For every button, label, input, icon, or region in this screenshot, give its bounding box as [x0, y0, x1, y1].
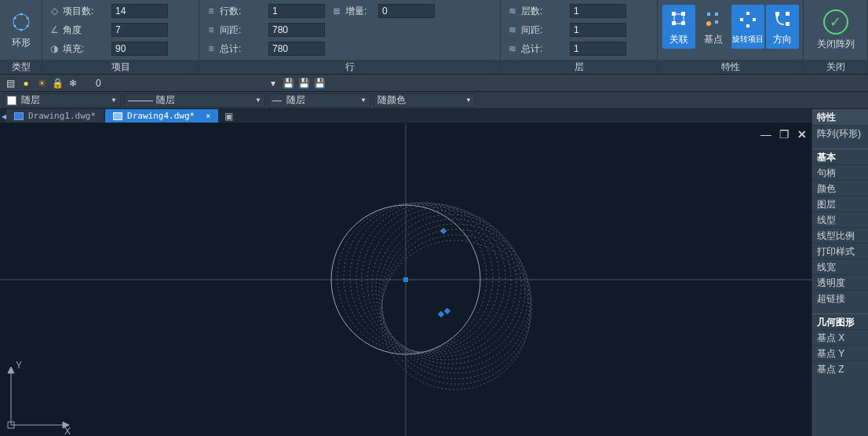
- direction-button[interactable]: 方向: [766, 5, 799, 49]
- prop-row[interactable]: 基点 Y: [812, 345, 868, 361]
- color-combo-text: 随层: [21, 93, 40, 107]
- chevron-down-icon[interactable]: ▾: [268, 78, 279, 89]
- layers-gap-icon: ≋: [507, 24, 518, 35]
- layers-total-icon: ≋: [507, 43, 518, 54]
- lock-icon[interactable]: 🔒: [52, 78, 63, 89]
- assoc-icon: [668, 8, 690, 30]
- layer-name: 0: [96, 78, 101, 89]
- properties-section-basic: 基本: [812, 148, 868, 164]
- angle-label: 角度: [63, 24, 82, 37]
- prop-row[interactable]: 透明度: [812, 274, 868, 290]
- svg-rect-16: [753, 18, 756, 21]
- close-array-button[interactable]: ✓ 关闭阵列: [812, 3, 859, 57]
- viewport-window-controls: — ❐ ✕: [760, 128, 807, 141]
- items-count-icon: ◇: [49, 5, 60, 16]
- prop-row[interactable]: 线型比例: [812, 227, 868, 243]
- tab-close-button[interactable]: ×: [206, 112, 210, 120]
- sun-icon[interactable]: ☀: [36, 78, 47, 89]
- prop-row[interactable]: 句柄: [812, 164, 868, 180]
- svg-point-6: [13, 16, 16, 19]
- color-combo[interactable]: 随层 ▼: [3, 93, 121, 108]
- drawing-area[interactable]: — ❐ ✕: [0, 123, 811, 436]
- items-count-input[interactable]: [111, 4, 168, 18]
- svg-rect-21: [786, 22, 790, 26]
- freeze-icon[interactable]: ❄: [67, 78, 78, 89]
- fill-label: 填充:: [63, 42, 84, 56]
- document-tabstrip: ◂ Drawing1.dwg* Drawing4.dwg* × ▣: [0, 109, 868, 123]
- svg-rect-40: [438, 311, 444, 317]
- layers-gap-input[interactable]: [570, 23, 626, 37]
- layers-input[interactable]: [570, 4, 626, 18]
- prop-row[interactable]: 打印样式: [812, 243, 868, 258]
- restore-button[interactable]: ❐: [779, 128, 790, 141]
- close-array-label: 关闭阵列: [817, 38, 855, 51]
- basepoint-label: 基点: [704, 33, 723, 46]
- svg-point-34: [381, 224, 531, 373]
- prop-row[interactable]: 线型: [812, 211, 868, 227]
- prop-row[interactable]: 颜色: [812, 180, 868, 196]
- ribbon-group-type-title: 类型: [0, 60, 42, 74]
- array-type-circular-button[interactable]: 环形: [6, 3, 35, 57]
- axis-x-label: X: [64, 426, 71, 436]
- document-tab-2[interactable]: Drawing4.dwg* ×: [105, 109, 218, 123]
- svg-point-11: [706, 21, 711, 26]
- document-tab-1[interactable]: Drawing1.dwg*: [6, 109, 104, 123]
- prop-row[interactable]: 图层: [812, 196, 868, 211]
- check-circle-icon: ✓: [823, 9, 848, 35]
- svg-rect-38: [403, 277, 408, 282]
- ribbon-group-features: 关联 基点 旋转项目 方向 特性: [658, 0, 804, 74]
- incr-icon: ≣: [331, 5, 342, 16]
- document-tab-1-label: Drawing1.dwg*: [28, 111, 96, 121]
- properties-panel: 特性 阵列(环形) 基本 句柄 颜色 图层 线型 线型比例 打印样式 线宽 透明…: [811, 109, 868, 436]
- properties-title: 特性: [812, 109, 868, 125]
- minimize-button[interactable]: —: [760, 128, 771, 141]
- prop-row[interactable]: 基点 X: [812, 329, 868, 345]
- layer-manager-icon[interactable]: ▤: [5, 78, 16, 89]
- document-tab-2-label: Drawing4.dwg*: [127, 111, 195, 121]
- new-tab-button[interactable]: ▣: [220, 109, 238, 123]
- lineweight-dash-icon: —: [272, 95, 282, 106]
- svg-point-25: [337, 203, 487, 353]
- linetype-combo-text: 随层: [156, 93, 175, 107]
- layers-icon: ≋: [507, 5, 518, 16]
- svg-rect-17: [746, 24, 749, 27]
- svg-point-27: [350, 203, 499, 352]
- rotate-items-button[interactable]: 旋转项目: [731, 5, 764, 49]
- svg-point-1: [20, 13, 22, 15]
- lightbulb-icon[interactable]: ●: [20, 78, 31, 89]
- assoc-button[interactable]: 关联: [662, 5, 695, 49]
- ribbon: 环形 类型 ◇项目数: ∠角度 ◑填充: 项目: [0, 0, 868, 75]
- basepoint-button[interactable]: 基点: [697, 5, 730, 49]
- tab-scroll-left-icon[interactable]: ◂: [2, 109, 5, 123]
- row-total-input[interactable]: [268, 42, 325, 56]
- prop-row[interactable]: 基点 Z: [812, 361, 868, 376]
- chevron-down-icon: ▼: [465, 97, 472, 104]
- save-icon[interactable]: 💾: [283, 78, 294, 89]
- canvas: Y X: [0, 123, 811, 436]
- layers-total-input[interactable]: [570, 42, 626, 56]
- close-viewport-button[interactable]: ✕: [797, 128, 807, 141]
- save2-icon[interactable]: 💾: [299, 78, 310, 89]
- svg-rect-15: [746, 12, 749, 15]
- angle-input[interactable]: [111, 23, 168, 37]
- row-gap-input[interactable]: [268, 23, 325, 37]
- new-tab-icon: ▣: [224, 111, 233, 122]
- layers-label: 层数:: [521, 5, 542, 18]
- ribbon-group-close-title: 关闭: [804, 60, 867, 74]
- fill-input[interactable]: [111, 42, 168, 56]
- plotcolor-combo[interactable]: 随颜色 ▼: [374, 93, 476, 108]
- incr-label: 增量:: [345, 5, 367, 18]
- rows-input[interactable]: [268, 4, 325, 18]
- lineweight-combo[interactable]: — 随层 ▼: [268, 93, 370, 108]
- svg-point-35: [382, 229, 531, 379]
- save3-icon[interactable]: 💾: [315, 78, 326, 89]
- ribbon-group-items-title: 项目: [42, 60, 199, 74]
- ribbon-group-levels-title: 层: [501, 60, 657, 74]
- prop-row[interactable]: 线宽: [812, 258, 868, 274]
- linetype-combo[interactable]: ——— 随层 ▼: [124, 93, 265, 108]
- assoc-label: 关联: [669, 33, 688, 46]
- prop-row[interactable]: 超链接: [812, 290, 868, 306]
- incr-input[interactable]: [378, 4, 435, 18]
- rotate-items-icon: [737, 9, 759, 31]
- ribbon-group-items: ◇项目数: ∠角度 ◑填充: 项目: [42, 0, 199, 74]
